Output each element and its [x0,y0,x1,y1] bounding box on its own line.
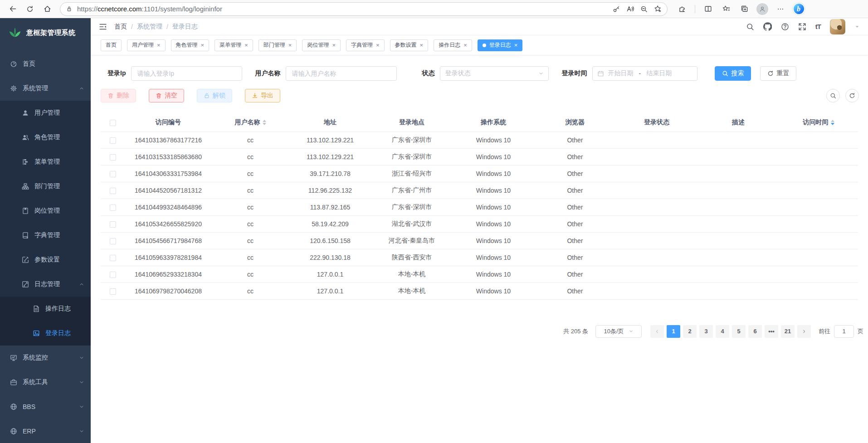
page-size-select[interactable]: 10条/页 [595,325,642,338]
address-bar[interactable]: https://ccnetcore.com:1101/system/log/lo… [60,2,668,16]
column-header-8[interactable]: 访问时间 [779,113,858,131]
breadcrumb-item-1[interactable]: 系统管理 [137,23,162,31]
tab-1[interactable]: 用户管理 × [127,39,166,51]
select-all-checkbox[interactable] [110,120,116,126]
row-checkbox[interactable] [110,255,116,261]
sidebar-item-12[interactable]: 系统监控 [0,346,91,370]
tab-4[interactable]: 部门管理 × [258,39,297,51]
user-name-input[interactable] [286,66,397,81]
breadcrumb-item-0[interactable]: 首页 [114,23,127,31]
sidebar-item-9[interactable]: 日志管理 [0,272,91,297]
close-icon[interactable]: × [201,42,205,48]
status-select[interactable]: 登录状态 [440,66,549,81]
sidebar-item-14[interactable]: BBS [0,394,91,419]
row-checkbox[interactable] [110,154,116,161]
tab-6[interactable]: 字典管理 × [346,39,385,51]
browser-refresh-button[interactable] [23,2,37,16]
prev-page-button[interactable] [650,325,664,338]
login-ip-input[interactable] [131,66,242,81]
column-header-1[interactable]: 用户名称 [211,113,289,131]
row-checkbox[interactable] [110,272,116,278]
close-icon[interactable]: × [332,42,336,48]
page-button-3[interactable]: 3 [699,325,713,338]
browser-menu-button[interactable] [773,2,788,16]
browser-back-button[interactable] [5,2,20,16]
github-icon[interactable] [763,22,772,31]
sidebar-item-2[interactable]: 用户管理 [0,101,91,125]
help-icon[interactable] [781,23,789,31]
tab-7[interactable]: 参数设置 × [390,39,429,51]
browser-home-button[interactable] [40,2,54,16]
page-button-2[interactable]: 2 [683,325,697,338]
tab-5[interactable]: 岗位管理 × [302,39,341,51]
sidebar-item-0[interactable]: 首页 [0,52,91,76]
reset-button[interactable]: 重置 [760,66,796,81]
page-button-6[interactable]: 6 [748,325,762,338]
page-button-1[interactable]: 1 [667,325,680,338]
favorites-bar-button[interactable] [719,2,733,16]
bing-chat-button[interactable]: b [791,2,806,16]
favorite-star-add-icon[interactable] [654,5,662,13]
chevron-down-icon[interactable] [854,24,860,29]
page-button-•••[interactable]: ••• [765,325,778,338]
cell-1-5: Other [534,148,616,165]
tab-8[interactable]: 操作日志 × [434,39,472,51]
close-icon[interactable]: × [376,42,380,48]
sidebar-item-11[interactable]: 登录日志 [0,321,91,346]
close-icon[interactable]: × [244,42,248,48]
close-icon[interactable]: × [420,42,424,48]
user-avatar[interactable] [830,19,845,34]
row-checkbox[interactable] [110,188,116,194]
row-checkbox[interactable] [110,171,116,177]
refresh-table-button[interactable] [845,89,859,102]
fullscreen-icon[interactable] [798,23,806,31]
clear-button[interactable]: 清空 [149,89,184,102]
sidebar-item-5[interactable]: 部门管理 [0,174,91,199]
row-checkbox[interactable] [110,204,116,211]
sidebar-item-3[interactable]: 角色管理 [0,125,91,150]
collections-button[interactable] [737,2,751,16]
browser-profile-button[interactable] [755,2,770,16]
goto-page-input[interactable] [834,325,854,338]
sidebar-item-8[interactable]: 参数设置 [0,248,91,272]
date-range-input[interactable]: 开始日期 - 结束日期 [592,66,697,81]
close-icon[interactable]: × [463,42,467,48]
sidebar-item-7[interactable]: 字典管理 [0,223,91,248]
search-icon[interactable] [746,23,754,31]
tab-0[interactable]: 首页 [101,39,122,51]
sidebar-item-6[interactable]: 岗位管理 [0,199,91,223]
row-checkbox[interactable] [110,137,116,144]
extensions-button[interactable] [675,2,689,16]
sidebar-item-1[interactable]: 系统管理 [0,76,91,101]
export-button[interactable]: 导出 [245,89,280,102]
search-button[interactable]: 搜索 [715,66,751,81]
tab-9[interactable]: 登录日志 × [478,39,523,51]
page-button-4[interactable]: 4 [716,325,729,338]
close-icon[interactable]: × [288,42,292,48]
breadcrumb-item-2[interactable]: 登录日志 [172,23,198,31]
sidebar-item-15[interactable]: ERP [0,419,91,443]
row-checkbox[interactable] [110,288,116,295]
sidebar-item-10[interactable]: 操作日志 [0,297,91,321]
tab-3[interactable]: 菜单管理 × [215,39,253,51]
split-screen-button[interactable] [701,2,715,16]
row-checkbox[interactable] [110,238,116,244]
page-button-5[interactable]: 5 [732,325,746,338]
close-icon[interactable]: × [514,42,518,48]
zoom-out-icon[interactable] [640,5,648,13]
toggle-search-button[interactable] [826,89,840,102]
text-size-icon[interactable]: tT [815,23,821,30]
menu-fold-icon[interactable] [99,23,107,31]
unlock-button[interactable]: 解锁 [197,89,232,102]
next-page-button[interactable] [797,325,811,338]
page-button-21[interactable]: 21 [781,325,795,338]
delete-button[interactable]: 删除 [101,89,136,102]
sidebar-item-4[interactable]: 菜单管理 [0,150,91,174]
tab-2[interactable]: 角色管理 × [171,39,210,51]
row-checkbox[interactable] [110,221,116,228]
sidebar-item-13[interactable]: 系统工具 [0,370,91,394]
close-icon[interactable]: × [157,42,161,48]
read-aloud-icon[interactable] [626,5,634,13]
cell-2-7 [697,165,779,182]
password-key-icon[interactable] [613,5,620,13]
